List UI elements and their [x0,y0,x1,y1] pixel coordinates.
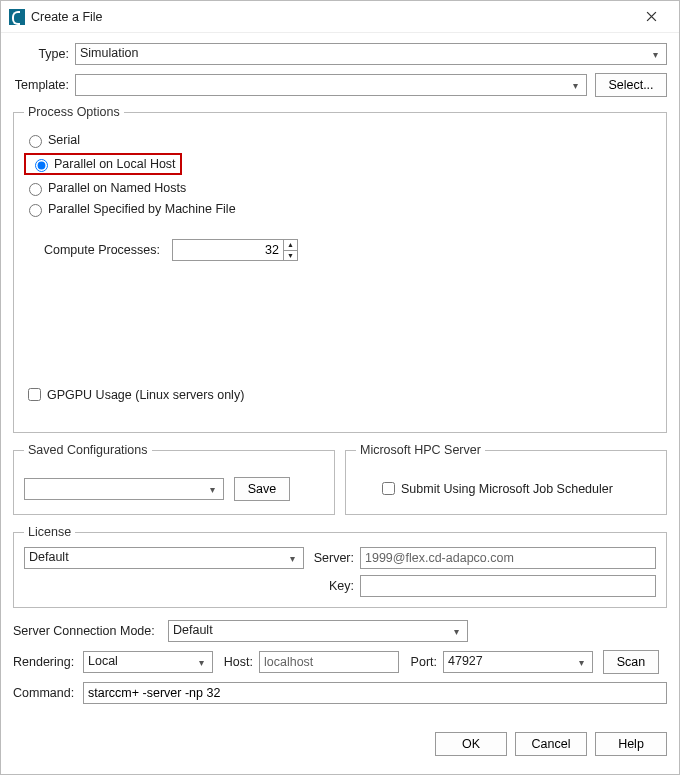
hpc-label: Submit Using Microsoft Job Scheduler [401,482,613,496]
scan-button[interactable]: Scan [603,650,659,674]
port-select[interactable]: 47927 ▾ [443,651,593,673]
type-select[interactable]: Simulation ▾ [75,43,667,65]
radio-parallel-file-label: Parallel Specified by Machine File [48,202,236,216]
radio-parallel-local[interactable] [35,159,48,172]
chevron-down-icon: ▾ [281,548,303,568]
gpgpu-label: GPGPU Usage (Linux servers only) [47,388,244,402]
template-label: Template: [13,78,75,92]
radio-parallel-file[interactable] [29,204,42,217]
license-row2: Key: [24,575,656,597]
radio-serial-label: Serial [48,133,80,147]
license-legend: License [24,525,75,539]
gpgpu-row: GPGPU Usage (Linux servers only) [24,385,244,404]
host-label: Host: [219,655,259,669]
highlight-parallel-local: Parallel on Local Host [24,153,182,175]
license-select[interactable]: Default ▾ [24,547,304,569]
template-select-button[interactable]: Select... [595,73,667,97]
license-group: License Default ▾ Server: Key: [13,525,667,608]
radio-serial-row: Serial [24,132,656,148]
conn-mode-value: Default [169,621,445,641]
license-row1: Default ▾ Server: [24,547,656,569]
process-options-legend: Process Options [24,105,124,119]
template-select[interactable]: ▾ [75,74,587,96]
radio-parallel-named-label: Parallel on Named Hosts [48,181,186,195]
conn-mode-row: Server Connection Mode: Default ▾ [13,620,667,642]
license-value: Default [25,548,281,568]
hpc-group: Microsoft HPC Server Submit Using Micros… [345,443,667,515]
type-label: Type: [13,47,75,61]
save-button[interactable]: Save [234,477,290,501]
conn-mode-label: Server Connection Mode: [13,624,168,638]
gpgpu-checkbox[interactable] [28,388,41,401]
conn-mode-select[interactable]: Default ▾ [168,620,468,642]
chevron-down-icon: ▾ [644,44,666,64]
dialog-create-file: Create a File Type: Simulation ▾ Templat… [0,0,680,775]
radio-serial[interactable] [29,135,42,148]
close-icon [646,11,657,22]
saved-config-legend: Saved Configurations [24,443,152,457]
dialog-buttons: OK Cancel Help [1,722,679,756]
chevron-down-icon: ▾ [445,621,467,641]
license-server-input [360,547,656,569]
window-title: Create a File [31,10,631,24]
chevron-down-icon: ▾ [190,652,212,672]
saved-config-group: Saved Configurations ▾ Save [13,443,335,515]
license-server-label: Server: [310,551,360,565]
spinner-arrows: ▲ ▼ [283,240,297,260]
saved-config-value [25,479,201,499]
titlebar: Create a File [1,1,679,33]
type-value: Simulation [76,44,644,64]
command-row: Command: [13,682,667,704]
command-input[interactable] [83,682,667,704]
app-icon [9,9,25,25]
cancel-button[interactable]: Cancel [515,732,587,756]
hpc-legend: Microsoft HPC Server [356,443,485,457]
chevron-down-icon: ▾ [570,652,592,672]
type-row: Type: Simulation ▾ [13,43,667,65]
command-label: Command: [13,686,83,700]
ok-button[interactable]: OK [435,732,507,756]
license-key-label: Key: [310,579,360,593]
dialog-content: Type: Simulation ▾ Template: ▾ Select...… [1,33,679,722]
spinner-up-icon[interactable]: ▲ [284,240,297,250]
radio-parallel-named-row: Parallel on Named Hosts [24,180,656,196]
rendering-label: Rendering: [13,655,83,669]
saved-config-select[interactable]: ▾ [24,478,224,500]
rendering-row: Rendering: Local ▾ Host: Port: 47927 ▾ S… [13,650,667,674]
radio-parallel-named[interactable] [29,183,42,196]
chevron-down-icon: ▾ [564,75,586,95]
compute-processes-row: Compute Processes: ▲ ▼ [36,239,656,261]
radio-parallel-local-label: Parallel on Local Host [54,157,176,171]
compute-processes-label: Compute Processes: [36,243,166,257]
compute-processes-input[interactable] [173,240,283,260]
template-value [76,75,564,95]
hpc-checkbox[interactable] [382,482,395,495]
radio-parallel-file-row: Parallel Specified by Machine File [24,201,656,217]
spinner-down-icon[interactable]: ▼ [284,250,297,261]
saved-hpc-row: Saved Configurations ▾ Save Microsoft HP… [13,443,667,515]
saved-config-row: ▾ Save [24,477,324,501]
help-button[interactable]: Help [595,732,667,756]
template-row: Template: ▾ Select... [13,73,667,97]
port-value: 47927 [444,652,570,672]
process-options-group: Process Options Serial Parallel on Local… [13,105,667,433]
compute-processes-spinner[interactable]: ▲ ▼ [172,239,298,261]
radio-parallel-local-row: Parallel on Local Host [24,153,656,175]
rendering-value: Local [84,652,190,672]
rendering-select[interactable]: Local ▾ [83,651,213,673]
hpc-check-row: Submit Using Microsoft Job Scheduler [378,479,656,498]
host-input [259,651,399,673]
port-label: Port: [405,655,443,669]
license-key-input [360,575,656,597]
chevron-down-icon: ▾ [201,479,223,499]
window-close-button[interactable] [631,3,671,31]
